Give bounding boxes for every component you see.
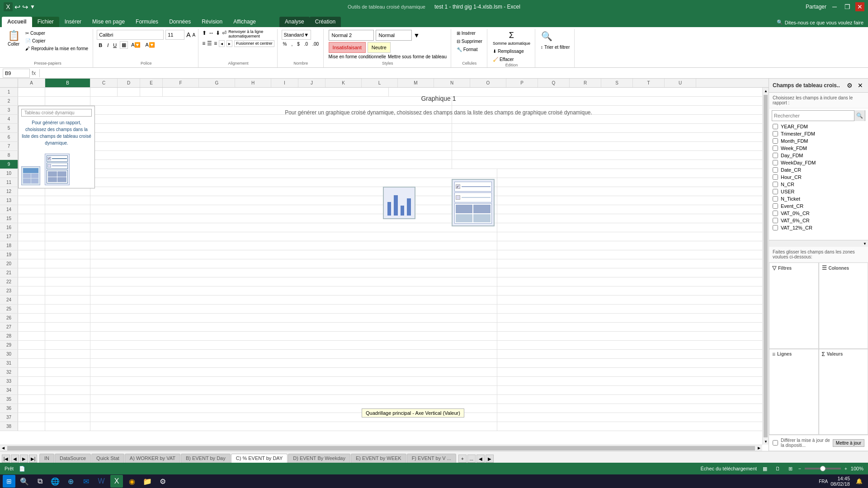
border-btn[interactable]: ▦ bbox=[120, 41, 128, 49]
row-header-26[interactable]: 26 bbox=[0, 314, 18, 322]
cell-A26[interactable] bbox=[18, 314, 45, 322]
neutre-style[interactable]: Neutre bbox=[368, 42, 391, 53]
row-header-22[interactable]: 22 bbox=[0, 277, 18, 286]
tab-analyse[interactable]: Analyse bbox=[279, 17, 310, 27]
sheet-tab-event-by-v[interactable]: F) EVENT by V ... bbox=[407, 454, 456, 463]
row-header-13[interactable]: 13 bbox=[0, 196, 18, 205]
field-item-WeekDay_FDM[interactable]: WeekDay_FDM bbox=[769, 159, 868, 166]
inserer-cell-btn[interactable]: ⊞ Insérer bbox=[455, 30, 477, 37]
field-checkbox-WeekDay_FDM[interactable] bbox=[773, 160, 778, 165]
row-header-23[interactable]: 23 bbox=[0, 286, 18, 295]
zoom-slider[interactable] bbox=[805, 468, 841, 469]
cell-A27[interactable] bbox=[18, 323, 45, 331]
col-header-T[interactable]: T bbox=[633, 79, 665, 87]
cell-A38[interactable] bbox=[18, 422, 45, 431]
cell-A24[interactable] bbox=[18, 296, 45, 304]
supprimer-cell-btn[interactable]: ⊟ Supprimer bbox=[455, 38, 484, 45]
field-item-N_CR[interactable]: N_CR bbox=[769, 181, 868, 188]
cell-A30[interactable] bbox=[18, 350, 45, 358]
row-header-16[interactable]: 16 bbox=[0, 223, 18, 232]
col-header-A[interactable]: A bbox=[18, 79, 45, 87]
remplissage-btn[interactable]: ⬇ Remplissage bbox=[491, 48, 526, 55]
font-size-input[interactable] bbox=[165, 30, 184, 40]
wrap-text-btn[interactable]: ⏎ bbox=[222, 30, 226, 39]
field-checkbox-VAT_12_CR[interactable] bbox=[773, 225, 778, 230]
row-header-19[interactable]: 19 bbox=[0, 250, 18, 259]
cell-B21[interactable] bbox=[45, 268, 90, 277]
word-btn[interactable]: W bbox=[95, 475, 108, 488]
cell-B30[interactable] bbox=[45, 350, 90, 358]
row-header-28[interactable]: 28 bbox=[0, 332, 18, 340]
cell-B2[interactable] bbox=[45, 97, 90, 105]
cell-reference-input[interactable] bbox=[3, 69, 30, 78]
underline-btn[interactable]: U bbox=[112, 42, 118, 48]
update-btn[interactable]: Mettre à jour bbox=[833, 439, 864, 447]
cell-B28[interactable] bbox=[45, 332, 90, 340]
cell-B38[interactable] bbox=[45, 422, 90, 431]
somme-auto-btn[interactable]: Σ Somme automatique bbox=[491, 30, 532, 47]
page-layout-btn[interactable]: 🗋 bbox=[773, 464, 782, 473]
col-header-J[interactable]: J bbox=[298, 79, 326, 87]
cell-B35[interactable] bbox=[45, 395, 90, 404]
sheet-tab-event-by-weekday[interactable]: D) EVENT By Weekday bbox=[288, 454, 350, 463]
col-header-G[interactable]: G bbox=[199, 79, 235, 87]
cell-A33[interactable] bbox=[18, 377, 45, 385]
col-header-O[interactable]: O bbox=[470, 79, 506, 87]
search-taskbar-btn[interactable]: 🔍 bbox=[18, 475, 31, 488]
cell-A29[interactable] bbox=[18, 341, 45, 349]
cell-A28[interactable] bbox=[18, 332, 45, 340]
filtres-zone[interactable]: ▽ Filtres bbox=[769, 263, 819, 349]
col-header-P[interactable]: P bbox=[506, 79, 538, 87]
field-checkbox-Hour_CR[interactable] bbox=[773, 174, 778, 180]
field-item-N_Ticket[interactable]: N_Ticket bbox=[769, 195, 868, 202]
field-checkbox-Event_CR[interactable] bbox=[773, 203, 778, 209]
row-header-2[interactable]: 2 bbox=[0, 97, 18, 105]
cell-A20[interactable] bbox=[18, 259, 45, 268]
normal-view-btn[interactable]: ▦ bbox=[760, 464, 769, 473]
font-increase-btn[interactable]: A bbox=[186, 31, 190, 38]
sheet-tab-worker-by-vat[interactable]: A) WORKER by VAT bbox=[125, 454, 180, 463]
cell-B23[interactable] bbox=[45, 286, 90, 295]
panel-gear-btn[interactable]: ⚙ bbox=[845, 81, 854, 89]
cell-B33[interactable] bbox=[45, 377, 90, 385]
tab-add-btn[interactable]: + bbox=[458, 455, 467, 463]
field-checkbox-N_CR[interactable] bbox=[773, 182, 778, 187]
col-header-Q[interactable]: Q bbox=[538, 79, 570, 87]
row-header-32[interactable]: 32 bbox=[0, 368, 18, 376]
cell-B24[interactable] bbox=[45, 296, 90, 304]
cell-A35[interactable] bbox=[18, 395, 45, 404]
row-header-10[interactable]: 10 bbox=[0, 169, 18, 178]
formula-input[interactable] bbox=[43, 70, 865, 76]
col-header-L[interactable]: L bbox=[362, 79, 398, 87]
field-checkbox-VAT_0_CR[interactable] bbox=[773, 211, 778, 216]
tab-revision[interactable]: Révision bbox=[196, 17, 228, 27]
scroll-down-btn[interactable]: ▼ bbox=[763, 438, 769, 445]
scroll-right-btn[interactable]: ▶ bbox=[756, 445, 762, 451]
row-header-9[interactable]: 9 bbox=[0, 160, 18, 169]
cell-A31[interactable] bbox=[18, 359, 45, 367]
align-bottom-btn[interactable]: ⬇ bbox=[216, 30, 220, 39]
side-panel-search-btn[interactable]: 🔍 bbox=[854, 110, 865, 121]
indent-inc-btn[interactable]: ▸ bbox=[226, 40, 232, 47]
row-header-3[interactable]: 3 bbox=[0, 106, 18, 114]
row-header-1[interactable]: 1 bbox=[0, 88, 18, 96]
cell-A14[interactable] bbox=[18, 205, 45, 214]
restore-btn[interactable]: ❐ bbox=[843, 2, 852, 11]
field-checkbox-Day_FDM[interactable] bbox=[773, 153, 778, 158]
sheet-tab-event-by-day[interactable]: B) EVENT by Day bbox=[181, 454, 231, 463]
row-header-37[interactable]: 37 bbox=[0, 413, 18, 422]
row-header-17[interactable]: 17 bbox=[0, 232, 18, 241]
row-header-11[interactable]: 11 bbox=[0, 178, 18, 187]
indent-dec-btn[interactable]: ◂ bbox=[219, 40, 225, 47]
start-btn[interactable]: ⊞ bbox=[3, 475, 15, 488]
close-btn[interactable]: ✕ bbox=[855, 2, 864, 11]
sheet-tab-event-by-day-pct[interactable]: C) % EVENT by DAY bbox=[231, 454, 288, 463]
quick-access-btn[interactable]: ▼ bbox=[30, 4, 35, 10]
cell-A25[interactable] bbox=[18, 305, 45, 313]
col-header-B[interactable]: B bbox=[45, 79, 90, 87]
mettre-sous-forme-btn[interactable]: Mettre sous forme de tableau bbox=[388, 54, 447, 59]
cell-A22[interactable] bbox=[18, 277, 45, 286]
row-header-27[interactable]: 27 bbox=[0, 323, 18, 331]
row-header-12[interactable]: 12 bbox=[0, 187, 18, 196]
align-top-btn[interactable]: ⬆ bbox=[202, 30, 207, 39]
